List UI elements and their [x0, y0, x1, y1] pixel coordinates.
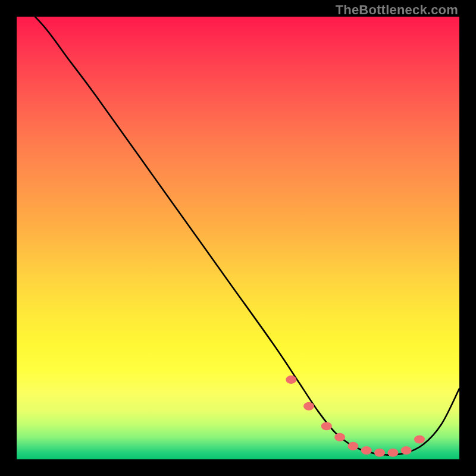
- highlight-dot: [374, 449, 385, 457]
- highlight-dot: [347, 442, 358, 450]
- highlight-dot: [334, 433, 345, 441]
- highlight-dots-group: [286, 375, 425, 457]
- highlight-dot: [286, 375, 296, 384]
- highlight-dot: [321, 422, 332, 430]
- watermark-text: TheBottleneck.com: [336, 2, 458, 18]
- bottleneck-curve-path: [17, 17, 459, 455]
- plot-area: [17, 17, 459, 459]
- chart-svg: [17, 17, 459, 459]
- highlight-dot: [387, 449, 398, 457]
- highlight-dot: [414, 436, 425, 444]
- highlight-dot: [361, 446, 372, 455]
- highlight-dot: [303, 402, 314, 411]
- chart-frame: [17, 17, 459, 459]
- highlight-dot: [401, 446, 412, 455]
